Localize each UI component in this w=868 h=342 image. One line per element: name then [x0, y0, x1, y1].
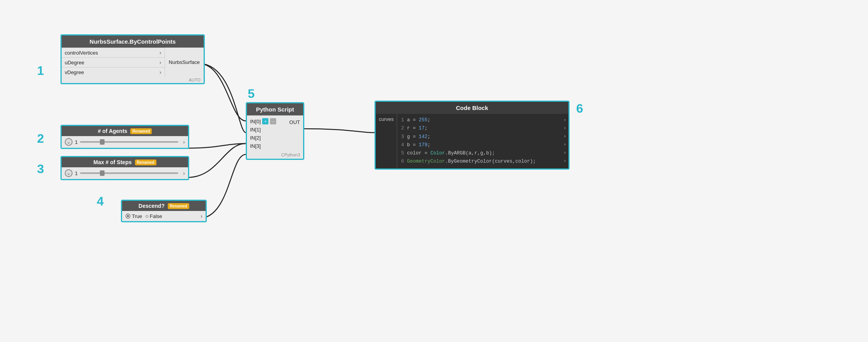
- node1-auto: AUTO: [62, 77, 204, 83]
- node3-body: ⌄ 1 ›: [62, 167, 188, 179]
- node6-title: Code Block: [376, 102, 568, 114]
- port-in0: IN[0] + -: [247, 117, 286, 126]
- node3-slider[interactable]: [80, 172, 178, 174]
- node5-title: Python Script: [247, 103, 303, 115]
- node1-row-0: controlVertices ›: [62, 48, 165, 57]
- label-2: 2: [37, 131, 44, 146]
- label-3: 3: [37, 162, 44, 176]
- node4-header: Descend? Renamed: [122, 201, 206, 211]
- node5-footer: CPython3: [247, 152, 303, 159]
- node5-ports: IN[0] + - IN[1] IN[2] IN[3] OUT: [247, 115, 303, 152]
- node6-in-label: curves: [376, 114, 397, 168]
- label-5: 5: [248, 87, 255, 101]
- code-line-6: 6 GeometryColor.ByGeometryColor(curves,c…: [401, 158, 557, 166]
- code-line-3: 3 g = 142;: [401, 133, 557, 141]
- node3-circle[interactable]: ⌄: [65, 169, 73, 177]
- port-in3: IN[3]: [247, 142, 286, 150]
- node-codeblock: Code Block curves 1 a = 255; 2 r = 17; 3…: [375, 101, 570, 170]
- node-nurbs-surface: NurbsSurface.ByControlPoints controlVert…: [60, 34, 205, 84]
- node1-row-2: vDegree ›: [62, 67, 165, 77]
- port-in1: IN[1]: [247, 126, 286, 134]
- port-minus-btn[interactable]: -: [270, 118, 276, 124]
- node2-body: ⌄ 1 ›: [62, 136, 188, 148]
- code-line-2: 2 r = 17;: [401, 124, 557, 133]
- node2-header: # of Agents Renamed: [62, 126, 188, 136]
- node6-arrows: › › › › › ›: [561, 114, 568, 168]
- radio-false[interactable]: ○ False: [145, 213, 162, 219]
- node5-inputs: IN[0] + - IN[1] IN[2] IN[3]: [247, 115, 286, 152]
- node1-title: NurbsSurface.ByControlPoints: [62, 35, 204, 48]
- node-descend: Descend? Renamed ⦿ True ○ False ›: [121, 200, 207, 222]
- label-6: 6: [576, 101, 583, 116]
- node4-body: ⦿ True ○ False ›: [122, 211, 206, 221]
- port-in2: IN[2]: [247, 134, 286, 142]
- label-1: 1: [37, 64, 44, 78]
- node1-output: NurbsSurface: [169, 59, 200, 65]
- radio-true[interactable]: ⦿ True: [125, 213, 142, 219]
- code-line-4: 4 b = 179;: [401, 141, 557, 149]
- node1-row-1: uDegree ›: [62, 57, 165, 67]
- node-agents: # of Agents Renamed ⌄ 1 ›: [60, 125, 189, 149]
- node-python: Python Script IN[0] + - IN[1] IN[2] IN[3…: [246, 102, 304, 160]
- node-steps: Max # of Steps Renamed ⌄ 1 ›: [60, 156, 189, 180]
- node6-code: 1 a = 255; 2 r = 17; 3 g = 142; 4 b = 17…: [397, 114, 561, 168]
- port-plus-btn[interactable]: +: [262, 118, 268, 124]
- label-4: 4: [97, 194, 104, 209]
- code-line-5: 5 color = Color.ByARGB(a,r,g,b);: [401, 149, 557, 158]
- node2-circle[interactable]: ⌄: [65, 138, 73, 146]
- node5-output: OUT: [286, 115, 303, 127]
- node6-body: curves 1 a = 255; 2 r = 17; 3 g = 142; 4…: [376, 114, 568, 168]
- code-line-1: 1 a = 255;: [401, 116, 557, 124]
- node3-header: Max # of Steps Renamed: [62, 157, 188, 167]
- node2-slider[interactable]: [80, 141, 178, 143]
